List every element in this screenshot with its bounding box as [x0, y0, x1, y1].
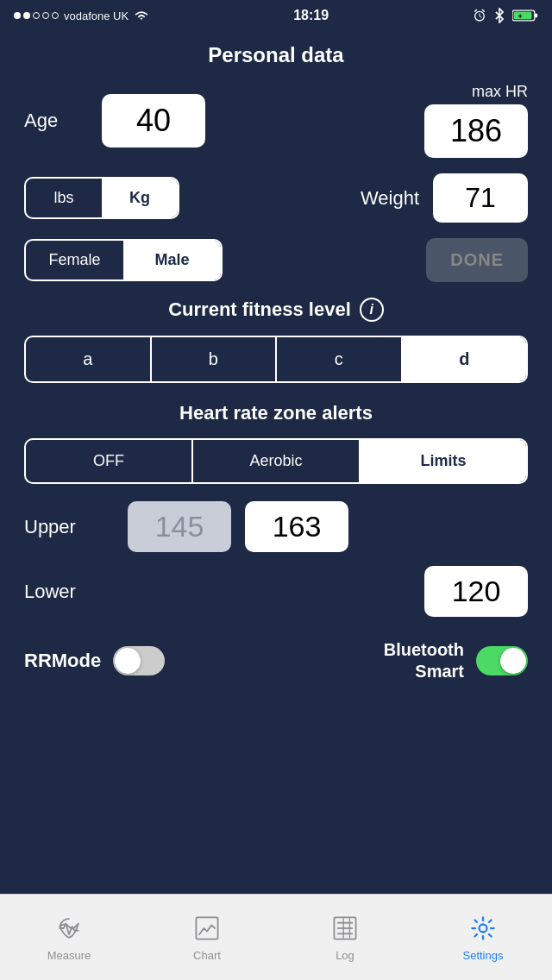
bluetooth-toggle[interactable] [476, 646, 528, 675]
unit-weight-row: lbs Kg Weight 71 [24, 173, 528, 223]
bluetooth-label: BluetoothSmart [384, 639, 464, 682]
unit-kg-btn[interactable]: Kg [102, 179, 178, 217]
alert-aerobic-btn[interactable]: Aerobic [193, 440, 361, 482]
weight-label: Weight [361, 187, 419, 210]
weight-input[interactable]: 71 [433, 173, 528, 223]
log-icon [329, 913, 361, 944]
upper-label: Upper [24, 516, 128, 538]
lower-row: Lower 120 [24, 566, 528, 617]
fitness-info-icon[interactable]: i [360, 298, 384, 322]
done-button[interactable]: DONE [426, 238, 528, 282]
settings-icon [467, 913, 499, 944]
svg-point-13 [480, 925, 487, 933]
unit-lbs-btn[interactable]: lbs [26, 179, 102, 217]
rrmode-toggle[interactable] [113, 646, 165, 675]
gender-male-btn[interactable]: Male [123, 241, 221, 280]
status-bar: vodafone UK 18:19 + [0, 0, 552, 31]
gender-segmented[interactable]: Female Male [24, 239, 223, 281]
age-label: Age [24, 110, 93, 132]
toggles-row: RRMode BluetoothSmart [24, 631, 528, 700]
alert-limits-btn[interactable]: Limits [361, 440, 526, 482]
bluetooth-icon [493, 8, 505, 23]
tab-measure-label: Measure [47, 949, 91, 962]
tab-measure[interactable]: Measure [0, 895, 138, 980]
fitness-segmented[interactable]: a b c d [24, 336, 528, 383]
alert-segmented[interactable]: OFF Aerobic Limits [24, 438, 528, 484]
battery-icon: + [512, 9, 538, 22]
tab-settings-label: Settings [463, 949, 504, 962]
fitness-a-btn[interactable]: a [26, 337, 152, 381]
status-right: + [473, 8, 538, 23]
carrier-label: vodafone UK [64, 9, 129, 22]
tab-log[interactable]: Log [276, 895, 414, 980]
rrmode-group: RRMode [24, 646, 276, 675]
tab-log-label: Log [336, 949, 354, 962]
upper-disabled-value: 145 [128, 501, 231, 552]
wifi-icon [134, 9, 149, 22]
maxhr-label: max HR [472, 83, 528, 101]
age-row: Age 40 max HR 186 [24, 83, 528, 158]
signal-dots [14, 12, 59, 19]
measure-icon [53, 913, 85, 944]
upper-value[interactable]: 163 [245, 501, 348, 552]
tab-chart[interactable]: Chart [138, 895, 276, 980]
age-input[interactable]: 40 [102, 94, 205, 148]
fitness-section-title: Current fitness level i [24, 298, 528, 322]
fitness-d-btn[interactable]: d [403, 337, 527, 381]
fitness-b-btn[interactable]: b [152, 337, 278, 381]
svg-rect-3 [514, 12, 532, 19]
rrmode-label: RRMode [24, 650, 101, 672]
upper-row: Upper 145 163 [24, 501, 528, 552]
main-content: Age 40 max HR 186 lbs Kg Weight 71 Femal… [0, 83, 552, 700]
tab-bar: Measure Chart Log Settings [0, 894, 552, 980]
tab-chart-label: Chart [193, 949, 221, 962]
svg-text:+: + [518, 12, 523, 21]
status-left: vodafone UK [14, 9, 149, 22]
bluetooth-group: BluetoothSmart [276, 639, 528, 682]
fitness-c-btn[interactable]: c [277, 337, 403, 381]
gender-female-btn[interactable]: Female [26, 241, 123, 280]
maxhr-input[interactable]: 186 [424, 104, 528, 158]
page-title: Personal data [0, 31, 552, 83]
unit-segmented[interactable]: lbs Kg [24, 177, 179, 219]
alert-off-btn[interactable]: OFF [26, 440, 193, 482]
time-label: 18:19 [293, 8, 329, 23]
lower-label: Lower [24, 581, 128, 603]
svg-rect-2 [535, 14, 537, 18]
gender-done-row: Female Male DONE [24, 238, 528, 282]
chart-icon [191, 913, 223, 944]
lower-value[interactable]: 120 [424, 566, 528, 617]
tab-settings[interactable]: Settings [414, 895, 552, 980]
hr-section-title: Heart rate zone alerts [24, 402, 528, 424]
alarm-icon [473, 9, 486, 22]
